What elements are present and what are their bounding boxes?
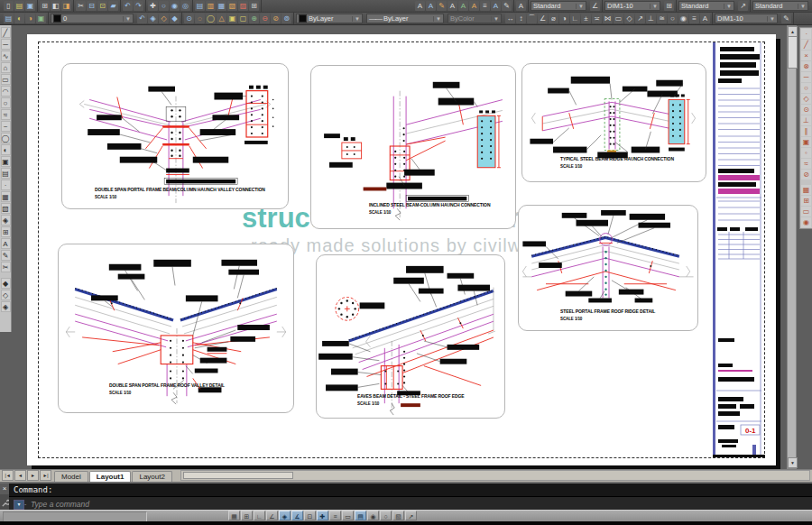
rotate-icon[interactable]: ◇ — [1, 290, 11, 300]
polygon-icon[interactable]: ⌂ — [1, 62, 11, 73]
plot-icon[interactable]: ⊞ — [40, 1, 50, 11]
command-input-placeholder[interactable]: Type a command — [31, 500, 89, 509]
snap-center-icon[interactable]: ○ — [801, 83, 811, 93]
angular-dimension-icon[interactable]: ∠ — [538, 14, 548, 23]
make-object-layer-icon[interactable]: ⊙ — [184, 14, 194, 23]
undo-icon[interactable]: ↶ — [123, 1, 133, 11]
quick-properties-icon[interactable]: ▤ — [355, 511, 366, 520]
quickcalc-icon[interactable]: ⊞ — [249, 1, 259, 11]
dim-style-manager-icon[interactable]: ✎ — [781, 14, 791, 23]
dimension-style-combo[interactable]: DIM1-10 ▼ — [715, 14, 778, 23]
circle-icon[interactable]: ○ — [1, 97, 11, 108]
quick-dimension-icon[interactable]: ▭ — [614, 14, 623, 23]
ducs-toggle-icon[interactable]: ⊡ — [304, 511, 316, 520]
lineweight-toggle-icon[interactable]: ≡ — [329, 511, 341, 520]
layer-onoff-icon[interactable]: ◑ — [25, 14, 35, 23]
polar-tracking-icon[interactable]: ∠ — [266, 511, 278, 520]
mleader-style-icon[interactable]: ↗ — [738, 1, 748, 11]
vertical-scrollbar-thumb[interactable] — [788, 36, 798, 69]
paste-icon[interactable]: ⊡ — [97, 1, 107, 11]
justify-text-icon[interactable]: ≡ — [480, 1, 490, 11]
mtext-draw-icon[interactable]: A — [1, 238, 11, 249]
layer-combo[interactable]: 0 ▼ — [51, 14, 134, 23]
dim-space-icon[interactable]: ○ — [668, 14, 678, 23]
ordinate-dimension-icon[interactable]: ∟ — [570, 14, 580, 23]
dim-text-edit-icon[interactable]: A — [700, 14, 710, 23]
snap-node-icon[interactable]: ◦ — [801, 148, 811, 158]
command-window[interactable]: × Command: ▾ - Type a command — [0, 482, 812, 510]
aligned-dimension-icon[interactable]: ↕ — [516, 14, 526, 23]
continue-dimension-icon[interactable]: ⋈ — [603, 14, 613, 23]
snap-quadrant-icon[interactable]: ◇ — [801, 94, 811, 104]
single-text-icon[interactable]: A — [426, 1, 436, 11]
lock-layer-icon[interactable]: ▣ — [227, 14, 237, 23]
plot-preview-icon[interactable]: ◧ — [51, 1, 60, 11]
layer-delete-icon[interactable]: ⊖ — [260, 14, 270, 23]
point-icon[interactable]: · — [1, 180, 11, 190]
first-tab-icon[interactable]: |◄ — [2, 470, 14, 481]
scale-text-icon[interactable]: A — [469, 1, 479, 11]
snap-endpoint-icon[interactable]: × — [801, 51, 811, 60]
snap-mode-icon[interactable]: ▦ — [228, 511, 240, 520]
prev-tab-icon[interactable]: ◄ — [14, 470, 26, 481]
designcenter-icon[interactable]: ▥ — [206, 1, 216, 11]
snap-perpendicular-icon[interactable]: ⊥ — [801, 115, 811, 125]
revcloud-icon[interactable]: ≈ — [1, 109, 11, 120]
text-style-icon[interactable]: A — [516, 1, 526, 11]
autoscale-icon[interactable]: ▧ — [392, 511, 404, 520]
grid-display-icon[interactable]: ⊞ — [241, 511, 253, 520]
snap-none-icon[interactable]: ⊘ — [801, 170, 811, 180]
wrench-icon[interactable] — [1, 498, 9, 508]
redo-icon[interactable]: ↷ — [134, 1, 143, 11]
rectangle-icon[interactable]: ▭ — [1, 74, 11, 85]
baseline-dimension-icon[interactable]: ≍ — [592, 14, 602, 23]
arc-icon[interactable]: ◠ — [1, 86, 11, 97]
dim-update-icon[interactable]: ≡ — [689, 14, 699, 23]
ellipse-icon[interactable]: ◯ — [1, 133, 11, 143]
zoom-previous-icon[interactable]: ◎ — [180, 1, 190, 11]
trim-icon[interactable]: ✂ — [1, 262, 11, 272]
polyline-icon[interactable]: ∿ — [1, 51, 11, 61]
ucs-world-icon[interactable]: ▭ — [801, 207, 811, 216]
temp-track-point-icon[interactable]: ∙ — [801, 29, 811, 39]
tolerance-icon[interactable]: ± — [581, 14, 591, 23]
snap-intersection-icon[interactable]: ─ — [801, 72, 811, 82]
tool-palettes-icon[interactable]: ▦ — [217, 1, 226, 11]
detail-panel-ridge-haunch[interactable]: TYPICAL STEEL BEAM RIDGE HAUNCH CONNECTI… — [521, 63, 706, 182]
mtext-icon[interactable]: A — [415, 1, 425, 11]
copy-icon[interactable]: ⊟ — [87, 1, 97, 11]
snap-insert-icon[interactable]: ▣ — [801, 137, 811, 147]
tab-layout2[interactable]: Layout2 — [132, 471, 171, 482]
publish-icon[interactable]: ◨ — [61, 1, 71, 11]
pan-icon[interactable]: ✚ — [148, 1, 158, 11]
equal-dimension-icon[interactable]: ≅ — [657, 14, 667, 23]
drawing-canvas[interactable]: ╱─∿⌂▭◠○≈~◯◐▣▤·▦▧◈⊞A✎✂ ◆◇◈ structuraldeta… — [0, 25, 812, 469]
construction-line-icon[interactable]: ─ — [1, 39, 11, 50]
layer-states-icon[interactable]: ◐ — [14, 14, 24, 23]
detail-panel-valley-connection[interactable]: DOUBLE SPAN PORTAL FRAME BEAM/COLUMN HAU… — [61, 63, 289, 209]
arc-length-dimension-icon[interactable]: ⌒ — [527, 14, 537, 23]
close-icon[interactable]: × — [0, 484, 9, 494]
command-autocomplete-icon[interactable]: ▾ — [14, 500, 24, 510]
ucs-previous-icon[interactable]: ◉ — [801, 217, 811, 227]
annotation-visibility-icon[interactable]: ○ — [380, 511, 392, 520]
mleader-style-combo[interactable]: Standard ▼ — [752, 1, 808, 11]
layer-off-icon[interactable]: ◌ — [195, 14, 205, 23]
object-color-combo[interactable]: ByLayer ▼ — [296, 14, 363, 23]
spline-icon[interactable]: ~ — [1, 121, 11, 132]
hatch-icon[interactable]: ▦ — [1, 191, 11, 202]
layer-on-icon[interactable]: ◯ — [206, 14, 216, 23]
layer-walk-icon[interactable]: ◇ — [159, 14, 169, 23]
snap-nearest-icon[interactable]: ≈ — [801, 159, 811, 169]
cut-icon[interactable]: ✂ — [76, 1, 86, 11]
find-text-icon[interactable]: A — [448, 1, 457, 11]
plotstyle-combo[interactable]: ByColor ▼ — [448, 14, 502, 23]
layout-paper-sheet[interactable]: structuraldetails store ready made solut… — [27, 34, 776, 465]
dim-style-combo[interactable]: DIM1-10 ▼ — [604, 1, 660, 11]
layer-properties-icon[interactable]: ▤ — [4, 14, 14, 23]
scroll-down-icon[interactable]: ▼ — [788, 457, 798, 468]
properties-icon[interactable]: ▤ — [195, 1, 205, 11]
zoom-window-icon[interactable]: ◉ — [170, 1, 180, 11]
horizontal-scrollbar[interactable] — [180, 470, 810, 481]
region-icon[interactable]: ◈ — [1, 215, 11, 226]
